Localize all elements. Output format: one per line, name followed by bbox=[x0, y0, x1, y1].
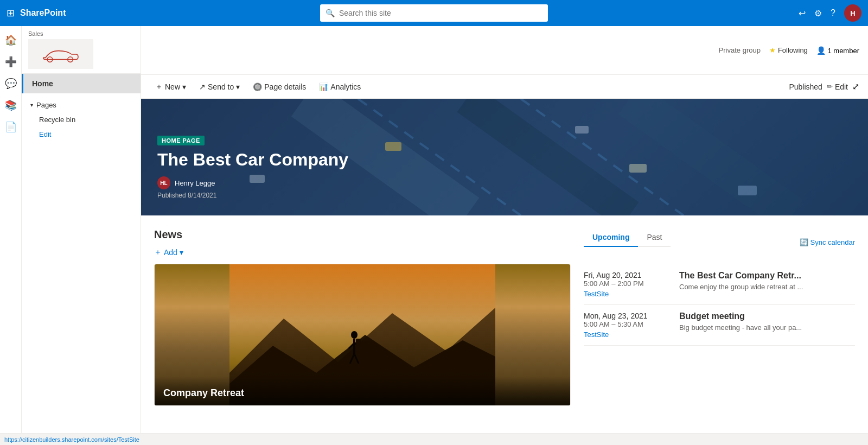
search-input[interactable] bbox=[339, 9, 542, 17]
private-group-label: Private group bbox=[719, 46, 761, 54]
svg-rect-10 bbox=[738, 186, 757, 195]
recycle-bin-item[interactable]: Recycle bin bbox=[22, 112, 141, 127]
pages-section: ▾ Pages Recycle bin Edit bbox=[22, 93, 141, 146]
hero-banner: HOME PAGE The Best Car Company HL Henry … bbox=[141, 99, 868, 215]
settings-icon[interactable]: ⚙ bbox=[814, 8, 822, 18]
edit-icon: ✏ bbox=[827, 82, 833, 91]
following-button[interactable]: ★ Following bbox=[769, 46, 808, 54]
event-title[interactable]: Budget meeting bbox=[679, 312, 802, 321]
event-time: 5:00 AM – 5:30 AM bbox=[584, 320, 671, 328]
event-item: Fri, Aug 20, 2021 5:00 AM – 2:00 PM Test… bbox=[584, 264, 855, 305]
svg-rect-8 bbox=[385, 142, 401, 151]
analytics-button[interactable]: 📊 Analytics bbox=[314, 79, 366, 94]
send-chevron-icon: ▾ bbox=[236, 82, 240, 91]
events-section: Upcoming Past 🔄 Sync calendar Fri, Aug 2… bbox=[584, 228, 855, 406]
sidebar-icon-library[interactable]: 📚 bbox=[1, 96, 21, 115]
svg-point-16 bbox=[351, 331, 358, 339]
person-icon: 👤 bbox=[816, 46, 826, 55]
plus-icon: ＋ bbox=[155, 82, 163, 92]
nav-left: ⊞ SharePoint bbox=[7, 7, 66, 19]
expand-icon[interactable]: ⤢ bbox=[852, 81, 859, 92]
status-url: https://citizenbuilders.sharepoint.com/s… bbox=[4, 436, 139, 443]
news-section: News ＋ Add ▾ bbox=[154, 228, 571, 406]
hero-date: Published 8/14/2021 bbox=[157, 192, 348, 199]
event-desc: Big budget meeting - have all your pa... bbox=[679, 323, 802, 332]
sharepoint-logo: SharePoint bbox=[20, 8, 66, 18]
star-icon: ★ bbox=[769, 46, 776, 54]
event-time: 5:00 AM – 2:00 PM bbox=[584, 279, 671, 288]
event-date: Mon, Aug 23, 2021 bbox=[584, 312, 671, 320]
add-news-button[interactable]: ＋ Add ▾ bbox=[154, 247, 183, 257]
analytics-icon: 📊 bbox=[319, 82, 328, 91]
sync-calendar-button[interactable]: 🔄 Sync calendar bbox=[800, 238, 855, 246]
left-sidebar: 🏠 ➕ 💬 📚 📄 bbox=[0, 26, 22, 445]
members-count: 👤 1 member bbox=[816, 46, 859, 55]
content-sections: News ＋ Add ▾ bbox=[141, 215, 868, 419]
author-avatar: HL bbox=[157, 176, 170, 189]
published-status: Published bbox=[789, 82, 822, 91]
car-logo-svg bbox=[39, 46, 82, 63]
site-label: Sales bbox=[28, 30, 134, 37]
command-bar: ＋ New ▾ ↗ Send to ▾ 🔘 Page details 📊 Ana… bbox=[141, 75, 868, 99]
event-title-col: Budget meeting Big budget meeting - have… bbox=[679, 312, 802, 339]
news-card[interactable]: Company Retreat bbox=[154, 264, 571, 406]
hero-title: The Best Car Company bbox=[157, 150, 348, 170]
sidebar-icon-chat[interactable]: 💬 bbox=[1, 74, 21, 93]
edit-link[interactable]: Edit bbox=[22, 127, 141, 142]
help-icon[interactable]: ? bbox=[831, 8, 835, 18]
main-content: HOME PAGE The Best Car Company HL Henry … bbox=[141, 99, 868, 445]
sync-icon: 🔄 bbox=[800, 238, 808, 246]
waffle-icon[interactable]: ⊞ bbox=[7, 7, 15, 19]
edit-button[interactable]: ✏ Edit bbox=[827, 82, 848, 91]
event-site-link[interactable]: TestSite bbox=[584, 330, 671, 339]
send-icon: ↗ bbox=[199, 82, 206, 91]
event-desc: Come enjoy the group wide retreat at ... bbox=[679, 283, 803, 291]
site-header: Private group ★ Following 👤 1 member bbox=[141, 26, 868, 75]
site-nav-panel: Sales Home ▾ Pages Recycle bin Edit bbox=[22, 26, 141, 445]
info-icon: 🔘 bbox=[253, 82, 262, 91]
sidebar-item-home[interactable]: Home bbox=[22, 74, 141, 93]
avatar[interactable]: H bbox=[844, 4, 861, 22]
sidebar-icon-home[interactable]: 🏠 bbox=[1, 30, 21, 50]
events-tabs-row: Upcoming Past 🔄 Sync calendar bbox=[584, 228, 855, 256]
tab-past[interactable]: Past bbox=[638, 228, 671, 247]
event-item: Mon, Aug 23, 2021 5:00 AM – 5:30 AM Test… bbox=[584, 305, 855, 346]
sidebar-icon-add[interactable]: ➕ bbox=[1, 52, 21, 72]
page-details-button[interactable]: 🔘 Page details bbox=[247, 79, 311, 94]
plus-icon-news: ＋ bbox=[154, 247, 162, 257]
news-card-image: Company Retreat bbox=[155, 264, 570, 405]
home-page-tag: HOME PAGE bbox=[157, 136, 205, 145]
event-date: Fri, Aug 20, 2021 bbox=[584, 271, 671, 279]
feedback-icon[interactable]: ↩ bbox=[799, 8, 806, 18]
nav-right: ↩ ⚙ ? H bbox=[799, 4, 861, 22]
svg-rect-22 bbox=[356, 339, 361, 346]
svg-rect-9 bbox=[575, 126, 589, 134]
event-site-link[interactable]: TestSite bbox=[584, 290, 671, 298]
author-name: Henry Legge bbox=[175, 179, 215, 187]
events-tabs: Upcoming Past bbox=[584, 228, 671, 247]
pages-header[interactable]: ▾ Pages bbox=[22, 98, 141, 112]
sidebar-icon-pages[interactable]: 📄 bbox=[1, 117, 21, 137]
new-button[interactable]: ＋ New ▾ bbox=[150, 79, 192, 95]
header-right: Private group ★ Following 👤 1 member bbox=[719, 46, 859, 55]
news-card-label: Company Retreat bbox=[155, 377, 570, 405]
search-bar-container[interactable]: 🔍 bbox=[320, 4, 548, 22]
event-date-col: Fri, Aug 20, 2021 5:00 AM – 2:00 PM Test… bbox=[584, 271, 671, 298]
following-label: Following bbox=[778, 46, 808, 54]
new-chevron-icon: ▾ bbox=[182, 82, 186, 91]
news-title: News bbox=[154, 228, 571, 241]
pages-label: Pages bbox=[36, 101, 56, 109]
event-date-col: Mon, Aug 23, 2021 5:00 AM – 5:30 AM Test… bbox=[584, 312, 671, 339]
tab-upcoming[interactable]: Upcoming bbox=[584, 228, 638, 247]
top-navigation: ⊞ SharePoint 🔍 ↩ ⚙ ? H bbox=[0, 0, 868, 26]
svg-rect-12 bbox=[629, 164, 647, 173]
hero-content: HOME PAGE The Best Car Company HL Henry … bbox=[157, 135, 348, 199]
search-icon: 🔍 bbox=[326, 9, 335, 17]
add-chevron-icon: ▾ bbox=[180, 248, 183, 257]
chevron-down-icon: ▾ bbox=[30, 102, 33, 108]
hero-author: HL Henry Legge bbox=[157, 176, 348, 189]
send-to-button[interactable]: ↗ Send to ▾ bbox=[194, 79, 245, 94]
site-logo-image bbox=[28, 39, 93, 69]
event-title[interactable]: The Best Car Company Retr... bbox=[679, 271, 803, 281]
status-bar: https://citizenbuilders.sharepoint.com/s… bbox=[0, 433, 868, 445]
